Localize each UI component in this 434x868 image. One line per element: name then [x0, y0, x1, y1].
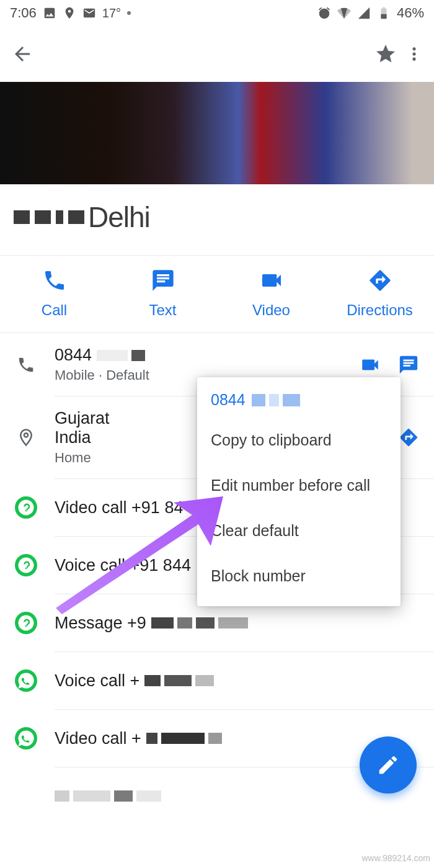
- back-icon[interactable]: [11, 43, 33, 65]
- whatsapp-voice-label: Voice call +: [55, 671, 140, 691]
- menu-copy[interactable]: Copy to clipboard: [197, 418, 401, 463]
- whatsapp-business-icon: [15, 554, 37, 576]
- videocam-icon: [259, 268, 284, 293]
- status-dot: [127, 11, 131, 15]
- overflow-icon[interactable]: [405, 43, 423, 65]
- directions-icon: [368, 268, 392, 293]
- redacted-phone: [97, 350, 145, 361]
- menu-block-number[interactable]: Block number: [197, 553, 401, 599]
- wifi-icon: [337, 6, 351, 20]
- status-temp: 17°: [102, 6, 121, 20]
- redacted: [146, 733, 222, 744]
- menu-edit-before-call[interactable]: Edit number before call: [197, 463, 401, 508]
- whatsapp-voice-row[interactable]: Voice call +: [0, 652, 434, 709]
- status-bar: 7:06 17° 46%: [0, 0, 434, 26]
- context-menu: 0844 Copy to clipboard Edit number befor…: [197, 377, 401, 606]
- business-message-label: Message +9: [55, 614, 146, 633]
- whatsapp-business-icon: [15, 496, 37, 519]
- call-label: Call: [42, 302, 67, 319]
- status-battery: 46%: [397, 5, 424, 21]
- watermark: www.989214.com: [361, 853, 430, 863]
- app-bar: [0, 26, 434, 82]
- whatsapp-icon: [15, 669, 37, 692]
- videocam-icon[interactable]: [360, 354, 381, 375]
- whatsapp-icon: [15, 727, 37, 749]
- mail-icon: [82, 6, 96, 20]
- redacted: [144, 675, 214, 686]
- status-time: 7:06: [10, 5, 37, 21]
- whatsapp-video-label: Video call +: [55, 729, 141, 748]
- contact-name: Delhi: [88, 200, 150, 234]
- location-outline-icon: [17, 428, 35, 447]
- whatsapp-business-icon: [15, 612, 37, 634]
- contact-actions: Call Text Video Directions: [0, 256, 434, 333]
- directions-label: Directions: [347, 302, 413, 319]
- image-icon: [43, 6, 56, 20]
- text-button[interactable]: Text: [108, 268, 217, 319]
- phone-outline-icon: [17, 356, 35, 374]
- video-button[interactable]: Video: [217, 268, 326, 319]
- redacted: [55, 790, 161, 802]
- redacted: [151, 617, 248, 629]
- contact-hero-image: [0, 82, 434, 184]
- message-outline-icon[interactable]: [398, 354, 419, 375]
- svg-point-1: [412, 52, 415, 55]
- svg-point-2: [412, 58, 415, 61]
- call-button[interactable]: Call: [0, 268, 108, 319]
- phone-icon: [42, 268, 67, 293]
- svg-point-0: [412, 47, 415, 50]
- star-icon[interactable]: [374, 43, 397, 65]
- signal-icon: [357, 6, 371, 20]
- redacted-name-prefix: [14, 210, 84, 224]
- video-label: Video: [252, 302, 290, 319]
- phone-number: 0844: [55, 346, 92, 365]
- context-menu-header: 0844: [197, 388, 401, 418]
- directions-outline-icon[interactable]: [398, 427, 419, 448]
- message-icon: [151, 268, 175, 293]
- alarm-icon: [317, 6, 331, 20]
- contact-name-row: Delhi: [0, 184, 434, 256]
- directions-button[interactable]: Directions: [326, 268, 434, 319]
- text-label: Text: [149, 302, 176, 319]
- menu-clear-default[interactable]: Clear default: [197, 508, 401, 553]
- edit-fab[interactable]: [360, 736, 417, 794]
- pencil-icon: [376, 753, 400, 777]
- battery-icon: [377, 6, 391, 20]
- location-icon: [63, 6, 76, 20]
